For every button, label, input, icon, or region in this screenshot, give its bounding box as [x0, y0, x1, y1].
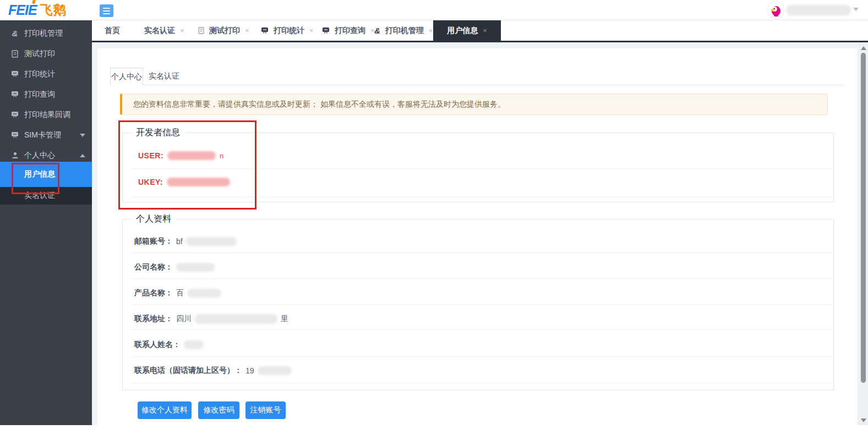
hamburger-icon: [103, 8, 110, 9]
sidebar-item-label: 打印结果回调: [24, 110, 70, 120]
warning-alert: 您的资料信息非常重要，请提供真实信息或及时更新； 如果信息不全或有误，客服将无法…: [120, 93, 828, 115]
close-icon[interactable]: ×: [180, 27, 184, 34]
content-tabs-divider: [110, 85, 844, 85]
field-value-redacted: [195, 314, 277, 324]
row-divider: [131, 383, 833, 383]
tab-printer-management[interactable]: & 打印机管理 ×: [374, 20, 433, 41]
scroll-down-arrow-icon[interactable]: [861, 419, 866, 422]
button-label: 注销账号: [250, 405, 281, 415]
developer-info-section: 开发者信息 USER: n UKEY:: [122, 133, 834, 202]
scrollbar[interactable]: [859, 42, 868, 426]
scroll-up-arrow-icon[interactable]: [861, 46, 866, 50]
field-label: 邮箱账号：: [134, 236, 173, 246]
tab-label: 首页: [105, 26, 120, 36]
content-tab-label: 实名认证: [149, 71, 179, 81]
field-value-redacted: [258, 366, 292, 375]
change-password-button[interactable]: 修改密码: [198, 401, 239, 419]
field-label: 联系地址：: [134, 314, 173, 324]
tab-home[interactable]: 首页: [105, 20, 120, 41]
sidebar-item-sim-management[interactable]: SIM卡管理: [0, 125, 92, 145]
sidebar-item-printer-management[interactable]: & 打印机管理: [0, 23, 92, 43]
username-redacted[interactable]: [786, 5, 851, 15]
open-tabs-bar: 首页 实名认证 × 测试打印 × 打印统计 × 打印查询 × & 打印机管理 ×…: [92, 20, 868, 41]
edit-profile-button[interactable]: 修改个人资料: [138, 401, 192, 419]
tab-label: 测试打印: [209, 26, 240, 36]
ukey-value-redacted: [167, 178, 230, 186]
profile-row-product: 产品名称： 百: [134, 288, 221, 299]
row-divider: [131, 252, 833, 253]
user-avatar[interactable]: [767, 2, 784, 19]
close-icon[interactable]: ×: [429, 27, 433, 34]
sidebar-subitem-user-info[interactable]: 用户信息: [0, 162, 92, 187]
sidebar-item-label: SIM卡管理: [24, 130, 61, 140]
top-header: FEIE 飞鹅: [0, 0, 868, 20]
brand-logo-cn: 飞鹅: [40, 2, 67, 19]
sidebar-subitem-real-name-auth[interactable]: 实名认证: [0, 187, 92, 205]
tab-user-info-active[interactable]: 用户信息 ×: [433, 20, 501, 41]
printer-icon: [261, 27, 269, 34]
sidebar-item-label: 打印查询: [24, 90, 55, 100]
close-icon[interactable]: ×: [245, 27, 249, 34]
sidebar-subitem-label: 实名认证: [24, 191, 55, 201]
developer-info-legend: 开发者信息: [131, 127, 185, 139]
field-visible-prefix: 19: [245, 366, 254, 375]
chevron-down-icon: [80, 134, 85, 137]
printer-cluster-icon: &: [10, 29, 19, 38]
row-divider: [131, 278, 833, 279]
person-icon: [10, 151, 19, 160]
row-divider: [131, 356, 833, 357]
row-divider: [131, 197, 833, 197]
personal-profile-legend: 个人资料: [131, 213, 176, 225]
tab-real-name-auth[interactable]: 实名认证 ×: [144, 20, 184, 41]
printer-icon: [10, 90, 19, 99]
profile-row-phone: 联系电话（固话请加上区号）： 19: [134, 365, 292, 376]
user-value-redacted: [167, 151, 216, 160]
tabbar-bottom-border: [92, 41, 868, 42]
user-menu-caret-icon[interactable]: [853, 8, 859, 11]
button-label: 修改个人资料: [141, 405, 188, 415]
tab-label: 打印查询: [335, 26, 365, 36]
field-value-redacted: [184, 340, 204, 349]
sidebar-item-label: 个人中心: [24, 151, 55, 161]
field-visible-prefix: 四川: [176, 314, 192, 324]
close-icon[interactable]: ×: [483, 27, 487, 34]
field-value-redacted: [186, 237, 237, 246]
sidebar-toggle-button[interactable]: [100, 4, 113, 17]
field-label: 联系人姓名：: [134, 340, 181, 350]
tab-label: 实名认证: [144, 26, 175, 36]
document-icon: [10, 49, 19, 58]
field-label: 联系电话（固话请加上区号）：: [134, 366, 242, 376]
sidebar-item-print-stats[interactable]: 打印统计: [0, 64, 92, 84]
brand-logo-latin: FEIE: [8, 2, 37, 18]
sidebar-item-label: 测试打印: [24, 49, 55, 59]
sidebar-item-label: 打印统计: [24, 69, 55, 79]
field-label: 产品名称：: [134, 288, 173, 298]
user-value-visible-suffix: n: [220, 152, 223, 160]
row-divider: [131, 168, 833, 169]
row-divider: [131, 304, 833, 305]
developer-ukey-row: UKEY:: [138, 178, 230, 186]
content-tab-real-name-auth[interactable]: 实名认证: [149, 68, 179, 85]
printer-icon: [322, 27, 330, 34]
profile-row-company: 公司名称：: [134, 262, 215, 273]
tab-print-query[interactable]: 打印查询 ×: [322, 20, 375, 41]
tab-test-print[interactable]: 测试打印 ×: [198, 20, 249, 41]
chevron-up-icon: [80, 154, 85, 157]
tab-label: 打印统计: [274, 26, 304, 36]
sidebar-item-label: 打印机管理: [24, 29, 63, 38]
delete-account-button[interactable]: 注销账号: [245, 401, 286, 419]
bottom-margin: [0, 425, 868, 435]
tab-print-stats[interactable]: 打印统计 ×: [261, 20, 314, 41]
scrollbar-thumb[interactable]: [861, 53, 866, 383]
sidebar-nav: & 打印机管理 测试打印 打印统计 打印查询 打印结果回调 SIM卡管理: [0, 20, 92, 425]
field-visible-suffix: 里: [281, 314, 288, 324]
printer-icon: [10, 70, 19, 79]
close-icon[interactable]: ×: [309, 27, 314, 34]
tab-label: 打印机管理: [385, 26, 424, 36]
printer-icon: [10, 111, 19, 119]
sidebar-item-print-query[interactable]: 打印查询: [0, 84, 92, 104]
content-tab-personal-center[interactable]: 个人中心: [110, 68, 143, 85]
sidebar-item-test-print[interactable]: 测试打印: [0, 43, 92, 64]
field-visible-prefix: 百: [176, 288, 184, 298]
sidebar-item-print-callback[interactable]: 打印结果回调: [0, 104, 92, 125]
